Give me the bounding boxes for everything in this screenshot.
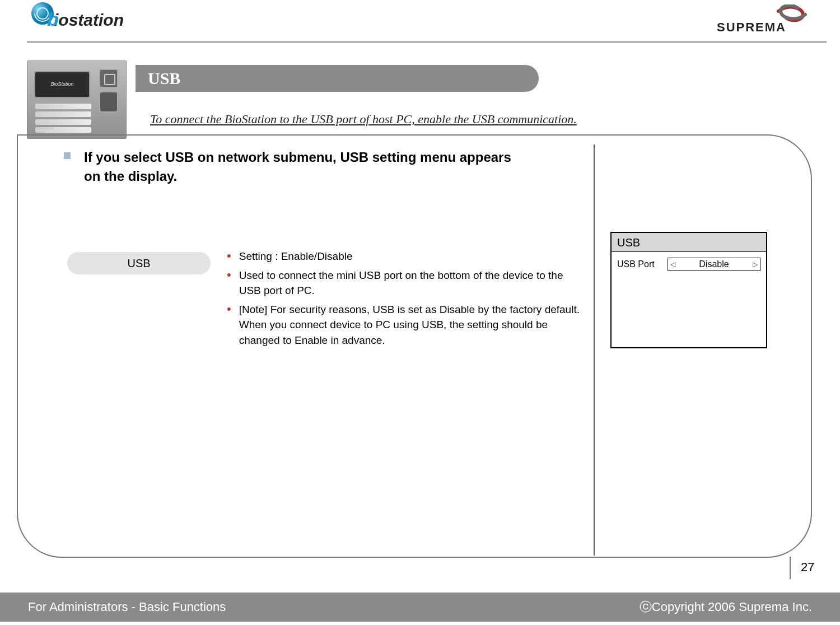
section-subtitle: To connect the BioStation to the USB por…: [150, 112, 577, 127]
vertical-divider: [594, 144, 595, 556]
list-item-text: Used to connect the mini USB port on the…: [239, 268, 580, 298]
chevron-right-icon[interactable]: ▷: [753, 260, 758, 268]
device-screen-mock: USB USB Port ◁ Disable ▷: [610, 232, 767, 348]
usb-port-value: Disable: [675, 259, 753, 269]
section-title-pill: USB: [136, 65, 539, 92]
logo-biostation: iostation b: [27, 1, 133, 36]
device-screen-row-label: USB Port: [617, 259, 668, 269]
lead-row: If you select USB on network submenu, US…: [27, 148, 811, 185]
list-item-text: Setting : Enable/Disable: [239, 249, 353, 264]
svg-text:SUPREMA: SUPREMA: [717, 20, 786, 34]
subsection-chip: USB: [67, 252, 211, 274]
header-divider: [27, 41, 827, 43]
page-number-divider: [790, 557, 791, 579]
list-item: [Note] For security reasons, USB is set …: [227, 302, 580, 348]
svg-text:iostation: iostation: [54, 11, 124, 29]
footer-right: ⓒCopyright 2006 Suprema Inc.: [640, 599, 812, 615]
subsection-chip-label: USB: [127, 257, 150, 270]
device-thumbnail: BioStation: [27, 60, 127, 139]
section-title: USB: [148, 69, 180, 88]
chevron-left-icon[interactable]: ◁: [670, 260, 675, 268]
svg-text:b: b: [47, 8, 59, 30]
list-item: Used to connect the mini USB port on the…: [227, 268, 580, 298]
footer-left: For Administrators - Basic Functions: [28, 600, 226, 614]
page-number: 27: [801, 560, 814, 575]
device-screen-row: USB Port ◁ Disable ▷: [617, 258, 760, 271]
list-item: Setting : Enable/Disable: [227, 249, 580, 264]
square-bullet-icon: [64, 152, 71, 159]
bullet-list: Setting : Enable/Disable Used to connect…: [227, 249, 580, 351]
lead-text: If you select USB on network submenu, US…: [84, 148, 521, 185]
list-item-text: [Note] For security reasons, USB is set …: [239, 302, 580, 348]
logo-suprema: SUPREMA: [711, 4, 818, 34]
usb-port-selector[interactable]: ◁ Disable ▷: [668, 258, 760, 271]
footer-bar: For Administrators - Basic Functions ⓒCo…: [0, 593, 840, 622]
device-screen-title: USB: [612, 233, 766, 252]
